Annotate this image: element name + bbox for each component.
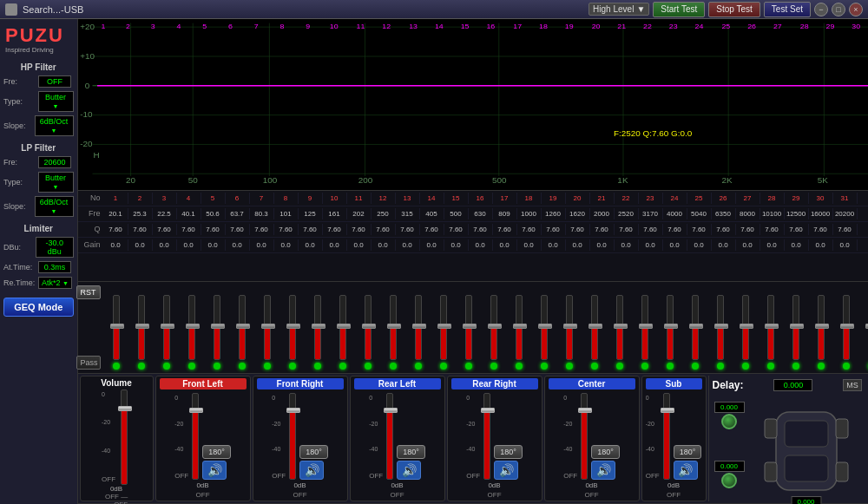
fader-knob[interactable] xyxy=(362,324,376,329)
fader-track[interactable] xyxy=(440,295,447,360)
fader-knob[interactable] xyxy=(236,324,250,329)
hp-slope-value[interactable]: 6dB/Oct ▼ xyxy=(35,115,74,136)
sub-speaker-button[interactable]: 🔊 xyxy=(674,461,698,480)
fader-knob[interactable] xyxy=(337,324,351,329)
volume-fader[interactable] xyxy=(117,389,131,485)
fader-track[interactable] xyxy=(113,295,120,360)
limiter-re-value[interactable]: Atk*2 ▼ xyxy=(38,277,72,289)
rear-right-speaker-button[interactable]: 🔊 xyxy=(494,461,518,480)
fader-track[interactable] xyxy=(591,295,598,360)
fader-knob[interactable] xyxy=(387,324,401,329)
fader-track[interactable] xyxy=(566,295,573,360)
fader-track[interactable] xyxy=(314,295,321,360)
rear-left-speaker-button[interactable]: 🔊 xyxy=(397,461,421,480)
fader-track[interactable] xyxy=(616,295,623,360)
fader-knob[interactable] xyxy=(437,324,451,329)
fader-track[interactable] xyxy=(667,295,674,360)
fader-knob[interactable] xyxy=(639,324,653,329)
fader-track[interactable] xyxy=(541,295,548,360)
fader-track[interactable] xyxy=(792,295,799,360)
band-num-cell[interactable]: 17 xyxy=(493,193,517,204)
rear-left-phase-button[interactable]: 180° xyxy=(397,445,425,459)
band-num-cell[interactable]: 6 xyxy=(226,193,250,204)
fader-knob[interactable] xyxy=(840,324,854,329)
fader-knob[interactable] xyxy=(714,324,728,329)
band-num-cell[interactable]: 7 xyxy=(250,193,274,204)
band-num-cell[interactable]: 11 xyxy=(347,193,372,204)
delay-unit[interactable]: MS xyxy=(843,379,862,391)
test-set-button[interactable]: Test Set xyxy=(764,2,811,17)
band-num-cell[interactable]: 3 xyxy=(153,193,177,204)
fader-track[interactable] xyxy=(516,295,523,360)
fader-knob[interactable] xyxy=(790,324,804,329)
delay-value[interactable]: 0.000 xyxy=(773,379,812,391)
fader-knob[interactable] xyxy=(161,324,174,329)
fader-track[interactable] xyxy=(717,295,724,360)
front-right-fader[interactable] xyxy=(289,393,296,480)
rear-right-phase-button[interactable]: 180° xyxy=(494,445,523,459)
band-num-cell[interactable]: 25 xyxy=(687,193,712,204)
band-num-cell[interactable]: 1 xyxy=(104,193,128,204)
hp-type-value[interactable]: Butter ▼ xyxy=(38,91,74,112)
fader-knob[interactable] xyxy=(412,324,426,329)
fader-knob[interactable] xyxy=(463,324,477,329)
fader-knob[interactable] xyxy=(513,324,527,329)
band-num-cell[interactable]: 10 xyxy=(323,193,347,204)
fader-track[interactable] xyxy=(641,295,648,360)
band-num-cell[interactable]: 19 xyxy=(542,193,566,204)
fader-track[interactable] xyxy=(339,295,346,360)
fader-knob[interactable] xyxy=(110,324,124,329)
band-num-cell[interactable]: 22 xyxy=(615,193,639,204)
fader-track[interactable] xyxy=(692,295,699,360)
band-num-cell[interactable]: 30 xyxy=(809,193,833,204)
fader-track[interactable] xyxy=(465,295,472,360)
band-num-cell[interactable]: 15 xyxy=(444,193,469,204)
fader-track[interactable] xyxy=(188,295,195,360)
band-num-cell[interactable]: 5 xyxy=(201,193,226,204)
sub-phase-button[interactable]: 180° xyxy=(674,445,702,459)
fader-track[interactable] xyxy=(415,295,422,360)
geq-mode-button[interactable]: GEQ Mode xyxy=(3,298,74,317)
fader-track[interactable] xyxy=(214,295,220,360)
front-left-fader[interactable] xyxy=(192,393,199,480)
level-dropdown[interactable]: High Level ▼ xyxy=(589,3,649,16)
rear-left-fader[interactable] xyxy=(386,393,393,480)
fader-track[interactable] xyxy=(390,295,397,360)
band-num-cell[interactable]: 2 xyxy=(128,193,153,204)
fader-knob[interactable] xyxy=(664,324,678,329)
center-phase-button[interactable]: 180° xyxy=(591,445,620,459)
fader-track[interactable] xyxy=(239,295,246,360)
fader-knob[interactable] xyxy=(538,324,552,329)
fader-knob[interactable] xyxy=(135,324,149,329)
fader-knob[interactable] xyxy=(286,324,300,329)
fader-track[interactable] xyxy=(742,295,749,360)
band-num-cell[interactable]: 9 xyxy=(299,193,323,204)
eq-graph[interactable]: +20 +10 0 -10 -20 20 50 100 200 xyxy=(78,19,868,191)
hp-fre-value[interactable]: OFF xyxy=(38,75,71,88)
fader-track[interactable] xyxy=(365,295,372,360)
band-num-cell[interactable]: 24 xyxy=(663,193,687,204)
fader-track[interactable] xyxy=(490,295,497,360)
fader-knob[interactable] xyxy=(186,324,200,329)
front-left-speaker-button[interactable]: 🔊 xyxy=(202,461,227,480)
rear-right-fader[interactable] xyxy=(483,393,490,480)
center-speaker-button[interactable]: 🔊 xyxy=(591,461,615,480)
limiter-dbu-value[interactable]: -30.0 dBu xyxy=(36,237,74,258)
band-num-cell[interactable]: 8 xyxy=(274,193,299,204)
fader-track[interactable] xyxy=(163,295,170,360)
band-num-cell[interactable]: 13 xyxy=(396,193,420,204)
band-num-cell[interactable]: 18 xyxy=(517,193,542,204)
band-num-cell[interactable]: 23 xyxy=(639,193,663,204)
band-num-cell[interactable]: 4 xyxy=(177,193,201,204)
fader-knob[interactable] xyxy=(261,324,275,329)
fader-knob[interactable] xyxy=(689,324,703,329)
fader-knob[interactable] xyxy=(312,324,326,329)
band-num-cell[interactable]: 20 xyxy=(566,193,590,204)
band-num-cell[interactable]: 26 xyxy=(712,193,736,204)
band-num-cell[interactable]: 29 xyxy=(785,193,809,204)
band-num-cell[interactable]: 21 xyxy=(590,193,615,204)
rst-button[interactable]: RST xyxy=(76,285,101,299)
fader-track[interactable] xyxy=(289,295,296,360)
fader-knob[interactable] xyxy=(211,324,225,329)
delay-top-left-knob[interactable] xyxy=(721,414,737,429)
